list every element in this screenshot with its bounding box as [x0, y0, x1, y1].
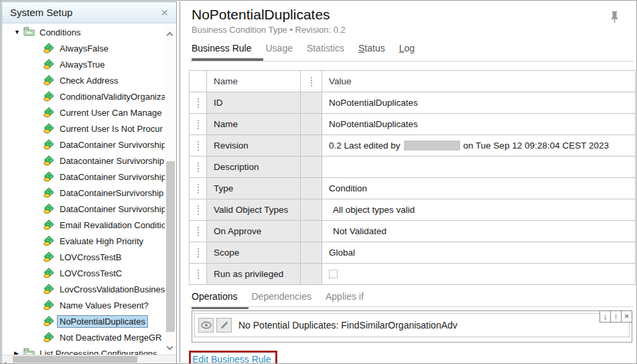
kebab-dots-icon[interactable] [190, 165, 206, 167]
kebab-dots-icon[interactable] [301, 80, 322, 81]
kebab-dots-icon[interactable] [190, 101, 206, 102]
kebab-dots-icon[interactable] [190, 144, 206, 145]
kebab-dots-icon[interactable] [190, 208, 206, 209]
tree-item-alwaystrue[interactable]: ?AlwaysTrue [2, 56, 165, 72]
tree-item-conditionalvalidityorganiza[interactable]: ?ConditionalValidityOrganiza [2, 88, 165, 104]
move-down-icon[interactable]: ↓ [599, 310, 611, 323]
pushpin-icon[interactable] [610, 11, 620, 27]
vertical-scroll-thumb[interactable] [166, 161, 175, 332]
tree-item-label[interactable]: DataContainer Survivorship [58, 171, 165, 183]
tree-item-label[interactable]: LovCrossValidationBusiness [58, 284, 165, 295]
tab-usage[interactable]: Usage [266, 43, 293, 59]
tree-item-conditions[interactable]: ▼Conditions [2, 24, 165, 40]
edit-operation-button[interactable] [216, 318, 232, 333]
row-drag-handle[interactable] [190, 242, 207, 264]
tree-item-list-processing-configurations[interactable]: ▶List Processing Configurations [2, 345, 165, 355]
tree-item-label[interactable]: AlwaysTrue [58, 59, 107, 70]
tree-item-label[interactable]: Not Deactivated MergeGR [58, 332, 163, 343]
page-title: NoPotentialDuplicates [192, 7, 330, 23]
tree-item-email-revalidation-conditio[interactable]: ?Email Revalidation Conditio [2, 217, 165, 233]
tree-item-label[interactable]: Evaluate High Priority [58, 236, 145, 247]
tree-item-label[interactable]: LOVCrossTestB [58, 252, 123, 263]
row-drag-handle[interactable] [190, 92, 207, 114]
kebab-dots-icon[interactable] [190, 230, 206, 231]
tree-item-label[interactable]: Check Address [58, 75, 120, 86]
edit-business-rule-link[interactable]: Edit Business Rule [192, 354, 271, 364]
tree-item-lovcrosstestb[interactable]: ?LOVCrossTestB [2, 249, 165, 265]
tab-business-rule[interactable]: Business Rule [192, 43, 252, 59]
tree-item-not-deactivated-mergegr[interactable]: ?Not Deactivated MergeGR [2, 329, 165, 345]
condition-icon: ? [44, 203, 56, 214]
tree-item-label[interactable]: LOVCrossTestC [58, 268, 124, 279]
sub-tab-dependencies[interactable]: Dependencies [251, 291, 311, 307]
tree-item-datacontainersurvivorship[interactable]: ?DataContainerSurvivorship [2, 185, 165, 201]
name-column-header[interactable]: Name [207, 71, 301, 92]
kebab-dots-icon[interactable] [190, 272, 206, 274]
row-drag-handle[interactable] [190, 135, 207, 157]
tree-item-label[interactable]: Email Revalidation Conditio [58, 219, 165, 231]
tree-item-lovcrossvalidationbusiness[interactable]: ?LovCrossValidationBusiness [2, 281, 165, 297]
tree-item-label[interactable]: NoPotentialDuplicates [58, 316, 147, 327]
property-value-cell: NoPotentialDuplicates [322, 92, 636, 114]
tree-item-current-user-is-not-procur[interactable]: ?Current User Is Not Procur [2, 120, 165, 136]
tree-item-name-values-present[interactable]: ?Name Values Present? [2, 297, 165, 313]
tree-item-datacontainer-survivorship[interactable]: ?Datacontainer Survivorship [2, 153, 165, 169]
remove-icon[interactable]: × [621, 310, 632, 323]
tree-item-label[interactable]: ConditionalValidityOrganiza [58, 91, 165, 102]
close-icon[interactable]: × [159, 6, 169, 19]
triangle-right-icon[interactable]: ▶ [14, 350, 23, 355]
operation-order-buttons: ↓↑× [600, 310, 632, 323]
folder-icon [23, 27, 36, 37]
condition-icon: ? [44, 75, 56, 86]
condition-icon: ? [44, 171, 56, 182]
tree-item-datacontainer-survivorship[interactable]: ?DataContainer Survivorship [2, 136, 165, 153]
tree-item-label[interactable]: DataContainer Survivorship [58, 139, 165, 151]
tree-item-current-user-can-manage[interactable]: ?Current User Can Manage [2, 104, 165, 120]
tree-item-label[interactable]: Name Values Present? [58, 300, 151, 311]
condition-icon: ? [44, 91, 56, 102]
value-column-header[interactable]: Value [322, 71, 636, 92]
row-drag-handle[interactable] [190, 157, 207, 178]
triangle-down-icon[interactable]: ▼ [14, 29, 23, 35]
tree-item-label[interactable]: Current User Can Manage [58, 107, 163, 118]
middle-column-header[interactable] [301, 71, 322, 92]
tree-item-label[interactable]: Current User Is Not Procur [58, 123, 165, 134]
scroll-up-icon[interactable] [167, 28, 172, 40]
row-drag-handle[interactable] [190, 264, 207, 285]
tree-horizontal-scrollbar[interactable] [2, 355, 176, 363]
horizontal-scroll-thumb[interactable] [13, 356, 137, 363]
sub-tab-operations[interactable]: Operations [192, 291, 237, 307]
tree-item-check-address[interactable]: ?Check Address [2, 72, 165, 88]
tree-vertical-scrollbar[interactable] [165, 24, 176, 355]
scroll-left-icon[interactable] [4, 357, 7, 364]
tree-item-nopotentialduplicates[interactable]: ?NoPotentialDuplicates [2, 313, 165, 329]
tab-statistics[interactable]: Statistics [307, 43, 344, 59]
run-as-privileged-checkbox[interactable] [329, 270, 338, 278]
row-drag-handle[interactable] [190, 199, 207, 221]
tree-item-label[interactable]: List Processing Configurations [38, 348, 159, 355]
tree-item-label[interactable]: AlwaysFalse [58, 43, 111, 54]
kebab-dots-icon[interactable] [190, 251, 206, 252]
tree-item-datacontainer-survivorship[interactable]: ?DataContainer Survivorship [2, 201, 165, 217]
tab-log[interactable]: Log [399, 43, 415, 59]
sub-tab-applies-if[interactable]: Applies if [326, 291, 364, 307]
row-drag-handle[interactable] [190, 221, 207, 242]
condition-icon: ? [44, 123, 56, 134]
tree-item-alwaysfalse[interactable]: ?AlwaysFalse [2, 40, 165, 56]
condition-icon: ? [44, 236, 56, 246]
tree-item-datacontainer-survivorship[interactable]: ?DataContainer Survivorship [2, 169, 165, 185]
row-drag-handle[interactable] [190, 114, 207, 135]
kebab-dots-icon[interactable] [190, 187, 206, 188]
kebab-dots-icon[interactable] [190, 122, 206, 124]
tree-item-label[interactable]: DataContainerSurvivorship [58, 187, 165, 199]
tree-item-evaluate-high-priority[interactable]: ?Evaluate High Priority [2, 233, 165, 249]
tree-item-lovcrosstestc[interactable]: ?LOVCrossTestC [2, 265, 165, 281]
tree-item-label[interactable]: Conditions [38, 27, 82, 38]
tree-item-label[interactable]: DataContainer Survivorship [58, 203, 165, 215]
scroll-down-icon[interactable] [167, 340, 172, 352]
view-operation-button[interactable] [198, 318, 214, 333]
tab-status[interactable]: Status [358, 43, 385, 59]
move-up-icon[interactable]: ↑ [610, 310, 622, 323]
tree-item-label[interactable]: Datacontainer Survivorship [58, 155, 165, 167]
row-drag-handle[interactable] [190, 178, 207, 199]
